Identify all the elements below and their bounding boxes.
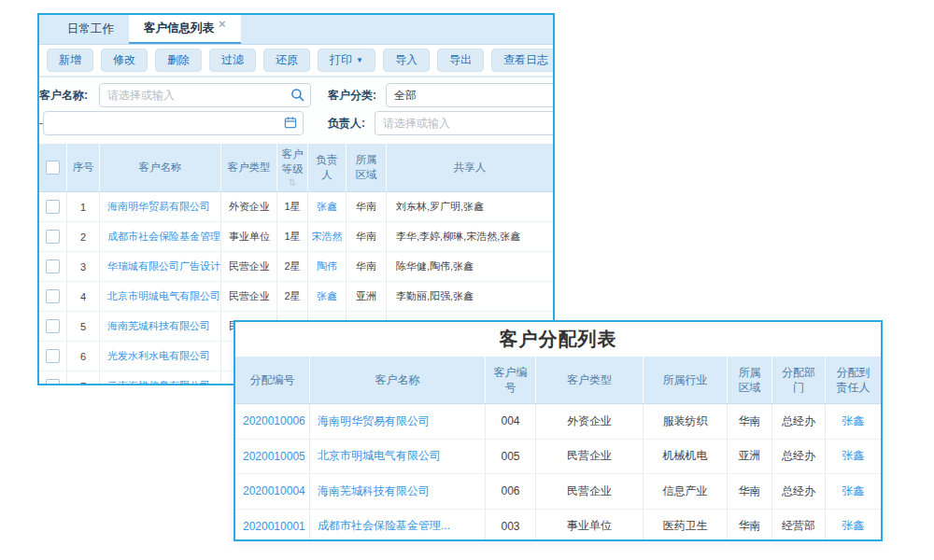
cell-code: 004 [486, 404, 536, 439]
row-checkbox[interactable] [46, 379, 60, 385]
edit-button[interactable]: 修改 [101, 49, 148, 72]
view-log-button[interactable]: 查看日志 [491, 49, 555, 72]
customer-category-input-wrap [386, 83, 555, 107]
cell-industry: 医药卫生 [644, 510, 728, 542]
cell-code: 006 [486, 474, 536, 509]
tab-daily-work[interactable]: 日常工作 [52, 15, 129, 44]
import-button[interactable]: 导入 [383, 49, 430, 72]
header-grade[interactable]: 客户等级 ⇅ [277, 144, 308, 191]
header-name[interactable]: 客户名称 [100, 144, 221, 191]
header-dept[interactable]: 分配部门 [772, 357, 826, 403]
header-owner[interactable]: 负责人 [308, 144, 347, 191]
customer-name-link[interactable]: 北京市明城电气有限公司 [100, 282, 221, 311]
customer-name-link[interactable]: 成都市社会保险基金管理... [310, 510, 486, 542]
cell-num: 1 [67, 192, 100, 221]
cell-region: 华南 [347, 252, 387, 281]
header-shared[interactable]: 共享人 [387, 144, 553, 191]
header-alloc-id[interactable]: 分配编号 [235, 357, 310, 403]
customer-category-select[interactable] [386, 83, 555, 107]
cell-industry: 服装纺织 [644, 404, 728, 439]
customer-name-input[interactable] [99, 83, 311, 107]
row-checkbox[interactable] [46, 319, 60, 333]
cell-type: 民营企业 [221, 252, 277, 281]
sort-icon[interactable]: ⇅ [289, 178, 296, 188]
cell-checkbox [39, 222, 67, 251]
owner-input[interactable] [375, 111, 555, 135]
filter-row-1: 客户名称: 客户分类: [39, 83, 553, 107]
cell-checkbox [39, 371, 67, 385]
cell-checkbox [39, 252, 67, 281]
customer-name-link[interactable]: 北京市明城电气有限公司 [310, 440, 486, 474]
header-assignee[interactable]: 分配到责任人 [826, 357, 881, 403]
cell-type: 外资企业 [536, 404, 644, 439]
header-code[interactable]: 客户编号 [486, 357, 536, 403]
cell-shared: 李勤丽,阳强,张鑫 [387, 282, 553, 311]
customer-name-link[interactable]: 海南明华贸易有限公司 [100, 192, 221, 221]
owner-input-wrap [375, 111, 555, 135]
select-all-checkbox[interactable] [46, 161, 60, 175]
cell-num: 3 [67, 252, 100, 281]
header-name[interactable]: 客户名称 [310, 357, 486, 403]
cell-grade: 1星 [277, 222, 308, 251]
row-checkbox[interactable] [46, 349, 60, 363]
filter-button[interactable]: 过滤 [209, 49, 256, 72]
header-region[interactable]: 所属区域 [347, 144, 387, 191]
assignee-link[interactable]: 张鑫 [826, 474, 881, 509]
customer-allocation-panel: 客户分配列表 分配编号 客户名称 客户编号 客户类型 所属行业 所属区域 分配部… [234, 320, 883, 541]
cell-type: 民营企业 [536, 474, 644, 509]
assignee-link[interactable]: 张鑫 [826, 404, 881, 439]
assignee-link[interactable]: 张鑫 [826, 440, 881, 474]
owner-link[interactable]: 张鑫 [308, 282, 347, 311]
search-icon[interactable] [290, 88, 304, 105]
header-region[interactable]: 所属区域 [728, 357, 772, 403]
row-checkbox[interactable] [46, 230, 60, 244]
calendar-icon[interactable] [284, 116, 297, 133]
owner-link[interactable]: 宋浩然 [308, 222, 347, 251]
owner-link[interactable]: 张鑫 [308, 192, 347, 221]
delete-button[interactable]: 删除 [155, 49, 202, 72]
add-button[interactable]: 新增 [47, 49, 93, 72]
customer-name-link[interactable]: 光发水利水电有限公司 [100, 342, 221, 371]
alloc-id-link[interactable]: 2020010006 [235, 404, 310, 439]
cell-num: 7 [67, 371, 100, 385]
close-icon[interactable]: × [219, 18, 226, 30]
owner-link[interactable]: 陶伟 [308, 252, 347, 281]
row-checkbox[interactable] [46, 259, 60, 273]
alloc-id-link[interactable]: 2020010001 [235, 510, 310, 542]
filter-area: 客户名称: 客户分类: - 负责人: [39, 77, 553, 144]
row-checkbox[interactable] [46, 289, 60, 303]
customer-name-link[interactable]: 云南海祥信息有限公司 [100, 371, 221, 385]
print-label: 打印 [330, 53, 352, 66]
cell-num: 6 [67, 342, 100, 371]
restore-button[interactable]: 还原 [263, 49, 310, 72]
customer-name-link[interactable]: 海南明华贸易有限公司 [310, 404, 486, 439]
cell-checkbox [39, 342, 67, 371]
print-button[interactable]: 打印▼ [318, 49, 375, 72]
cell-grade: 2星 [277, 252, 308, 281]
header-type[interactable]: 客户类型 [536, 357, 644, 403]
header-industry[interactable]: 所属行业 [644, 357, 728, 403]
assignee-link[interactable]: 张鑫 [826, 510, 881, 542]
table-row: 2020010005 北京市明城电气有限公司 005 民营企业 机械机电 亚洲 … [235, 440, 881, 475]
tab-customer-info-list[interactable]: 客户信息列表 × [129, 15, 241, 44]
export-button[interactable]: 导出 [437, 49, 484, 72]
row-checkbox[interactable] [46, 200, 60, 214]
table-row: 2020010006 海南明华贸易有限公司 004 外资企业 服装纺织 华南 总… [235, 404, 881, 440]
customer-name-link[interactable]: 海南芜城科技有限公司 [100, 312, 221, 341]
customer-name-link[interactable]: 华瑞城有限公司广告设计部 [100, 252, 221, 281]
customer-name-link[interactable]: 海南芜城科技有限公司 [310, 474, 486, 509]
alloc-id-link[interactable]: 2020010005 [235, 440, 310, 474]
customer-name-link[interactable]: 成都市社会保险基金管理... [100, 222, 221, 251]
cell-type: 民营企业 [221, 282, 277, 311]
tab-label: 客户信息列表 [144, 21, 214, 36]
alloc-id-link[interactable]: 2020010004 [235, 474, 310, 509]
cell-num: 2 [67, 222, 100, 251]
header-num[interactable]: 序号 [67, 144, 100, 191]
date-input[interactable] [43, 111, 304, 135]
table-row: 3 华瑞城有限公司广告设计部 民营企业 2星 陶伟 华南 陈华健,陶伟,张鑫 [39, 252, 553, 282]
cell-checkbox [39, 192, 67, 221]
date-input-wrap [43, 111, 304, 135]
header-type[interactable]: 客户类型 [221, 144, 277, 191]
customer-name-label: 客户名称: [39, 88, 88, 104]
cell-region: 华南 [728, 404, 772, 439]
